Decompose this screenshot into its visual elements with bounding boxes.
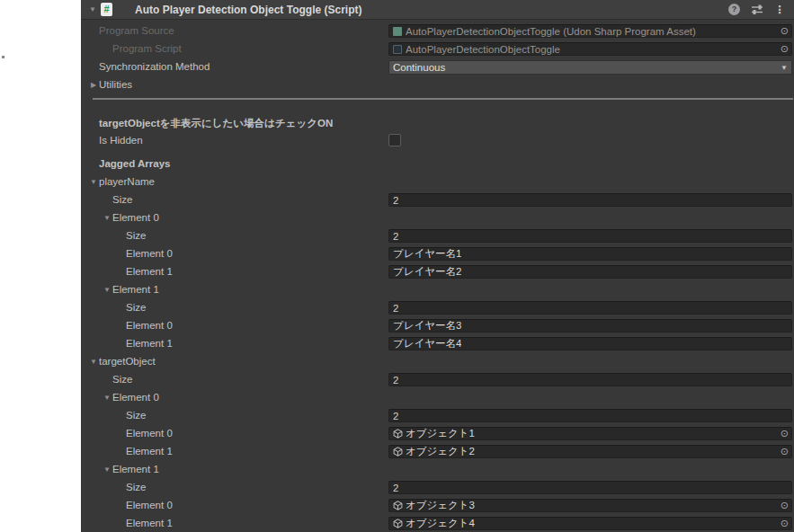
property-label: targetObjectを非表示にしたい場合はチェックON [99, 117, 333, 130]
preset-icon[interactable] [751, 4, 763, 15]
text-row: Size2 [81, 299, 794, 317]
gobject-row: Element 1オブジェクト4⊙ [81, 515, 794, 532]
field-value: 2 [393, 375, 398, 386]
chevron-down-icon: ▼ [781, 64, 788, 72]
gobject-row: Element 0オブジェクト3⊙ [81, 497, 794, 515]
text-row: Element 0プレイヤー名1 [81, 245, 794, 263]
kebab-menu-icon[interactable]: ⋮ [774, 4, 785, 16]
object-picker-icon[interactable]: ⊙ [777, 428, 789, 439]
property-label: Element 1 [126, 446, 173, 457]
object-picker-icon[interactable]: ⊙ [777, 25, 789, 37]
foldout-row: ▼Element 1 [81, 461, 794, 479]
field-value: 2 [393, 303, 398, 314]
foldout-closed-icon[interactable]: ▶ [89, 81, 98, 89]
object-field[interactable]: オブジェクト4⊙ [388, 517, 792, 530]
gobject-row: Element 1オブジェクト2⊙ [81, 443, 794, 461]
object-field[interactable]: オブジェクト3⊙ [388, 499, 792, 512]
field-value: オブジェクト2 [406, 445, 475, 458]
object-picker-icon[interactable]: ⊙ [777, 446, 789, 457]
text-field[interactable]: プレイヤー名2 [388, 265, 792, 279]
gameobject-icon [393, 501, 403, 510]
inspector-body: Program SourceAutoPlayerDetectionObjectT… [81, 20, 794, 532]
object-row: Program SourceAutoPlayerDetectionObjectT… [81, 22, 794, 40]
text-field[interactable]: 2 [388, 481, 792, 494]
foldout-open-icon[interactable]: ▼ [103, 466, 112, 474]
property-label: Size [126, 482, 146, 492]
spacer [81, 102, 794, 114]
field-value: 2 [393, 195, 398, 206]
field-value: 2 [393, 411, 398, 421]
field-value: オブジェクト3 [406, 499, 475, 512]
object-picker-icon[interactable]: ⊙ [777, 518, 789, 529]
dropdown-row: Synchronization MethodContinuous▼ [81, 58, 794, 76]
field-value: オブジェクト4 [406, 517, 475, 530]
text-field[interactable]: 2 [388, 373, 792, 386]
property-label: Size [126, 410, 146, 421]
dropdown-field[interactable]: Continuous▼ [388, 60, 792, 75]
foldout-row: ▼targetObject [81, 353, 794, 371]
field-value: 2 [393, 483, 398, 493]
text-row: Size2 [81, 191, 794, 209]
property-label: Element 1 [126, 338, 173, 349]
foldout-open-icon[interactable]: ▼ [103, 214, 112, 222]
foldout-open-icon[interactable]: ▼ [103, 286, 112, 294]
udon-script-asset-icon [393, 45, 402, 54]
property-label[interactable]: Utilities [99, 79, 132, 90]
separator-line [93, 98, 793, 100]
dropdown-value: Continuous [393, 62, 445, 73]
text-row: Size2 [81, 371, 794, 389]
text-field[interactable]: 2 [388, 229, 792, 243]
field-value: AutoPlayerDetectionObjectToggle [406, 44, 560, 55]
field-value: 2 [393, 231, 398, 242]
foldout-row: ▼Element 0 [81, 389, 794, 407]
text-field[interactable]: 2 [388, 193, 792, 207]
text-row: Size2 [81, 227, 794, 245]
foldout-row: ▼Element 1 [81, 281, 794, 299]
foldout-open-icon[interactable]: ▼ [89, 178, 98, 186]
gameobject-icon [393, 447, 403, 457]
heading-row: targetObjectを非表示にしたい場合はチェックON [81, 114, 794, 132]
text-field[interactable]: 2 [388, 301, 792, 315]
property-label[interactable]: Element 0 [112, 392, 159, 403]
property-label[interactable]: targetObject [99, 356, 156, 367]
property-label[interactable]: playerName [99, 176, 155, 187]
object-picker-icon[interactable]: ⊙ [777, 500, 789, 511]
property-label: Program Script [112, 43, 182, 54]
foldout-row: ▼playerName [81, 173, 794, 191]
foldout-open-icon[interactable]: ▼ [103, 394, 112, 402]
property-label[interactable]: Element 1 [112, 284, 159, 295]
property-label: Element 0 [126, 500, 173, 510]
property-label: Program Source [99, 25, 174, 36]
text-field[interactable]: プレイヤー名1 [388, 247, 792, 261]
text-field[interactable]: プレイヤー名4 [388, 337, 792, 350]
property-label[interactable]: Element 1 [112, 464, 159, 474]
property-label: Element 0 [126, 320, 173, 331]
heading-row: Jagged Arrays [81, 155, 794, 173]
text-field[interactable]: 2 [388, 409, 792, 422]
property-label: Element 0 [126, 248, 173, 259]
property-label: Synchronization Method [99, 61, 210, 72]
property-label: Size [112, 194, 132, 205]
checkbox-row: Is Hidden [81, 132, 794, 150]
object-picker-icon[interactable]: ⊙ [777, 43, 789, 55]
unity-inspector-panel: ▼ # Auto Player Detection Object Toggle … [81, 0, 794, 532]
stray-dot [2, 56, 4, 58]
object-field[interactable]: オブジェクト2⊙ [388, 445, 792, 458]
foldout-row: ▶Utilities [81, 76, 794, 94]
foldout-open-icon[interactable]: ▼ [89, 358, 98, 366]
field-value: プレイヤー名1 [393, 247, 461, 261]
field-value: オブジェクト1 [406, 427, 475, 440]
text-field[interactable]: プレイヤー名3 [388, 319, 792, 332]
property-label: Element 0 [126, 428, 173, 439]
gameobject-icon [393, 429, 403, 439]
object-row: Program ScriptAutoPlayerDetectionObjectT… [81, 40, 794, 58]
is-hidden-checkbox[interactable] [388, 134, 401, 146]
help-icon[interactable]: ? [728, 4, 740, 15]
object-field: AutoPlayerDetectionObjectToggle⊙ [388, 42, 792, 56]
foldout-row: ▼Element 0 [81, 209, 794, 227]
property-label: Size [126, 302, 146, 313]
object-field[interactable]: オブジェクト1⊙ [388, 427, 792, 440]
component-foldout-icon[interactable]: ▼ [87, 5, 98, 13]
component-header: ▼ # Auto Player Detection Object Toggle … [81, 0, 794, 20]
property-label[interactable]: Element 0 [112, 212, 159, 223]
